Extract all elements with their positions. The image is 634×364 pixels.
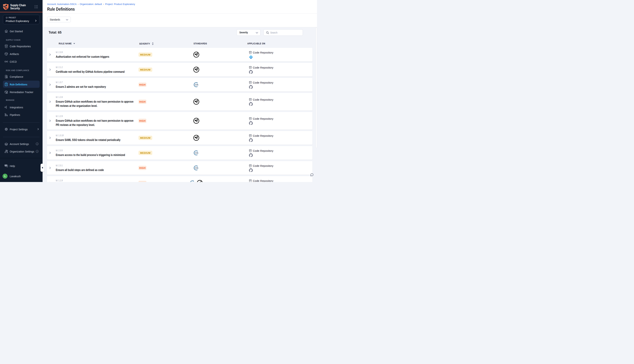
svg-text:</>: </> <box>250 165 251 166</box>
svg-text:</>: </> <box>250 67 251 68</box>
svg-text:</>: </> <box>250 150 251 152</box>
svg-text:CIS: CIS <box>195 152 198 154</box>
svg-text:</>: </> <box>250 99 251 100</box>
svg-text:</>: </> <box>250 52 251 53</box>
svg-text:CIS: CIS <box>195 84 198 86</box>
svg-text:</>: </> <box>250 135 251 136</box>
svg-text:CIS: CIS <box>191 182 194 182</box>
svg-text:</>: </> <box>250 82 251 83</box>
svg-text:</>: </> <box>250 180 251 182</box>
svg-text:</>: </> <box>250 118 251 119</box>
svg-text:CIS: CIS <box>195 167 198 169</box>
svg-text:</>: </> <box>250 56 252 58</box>
